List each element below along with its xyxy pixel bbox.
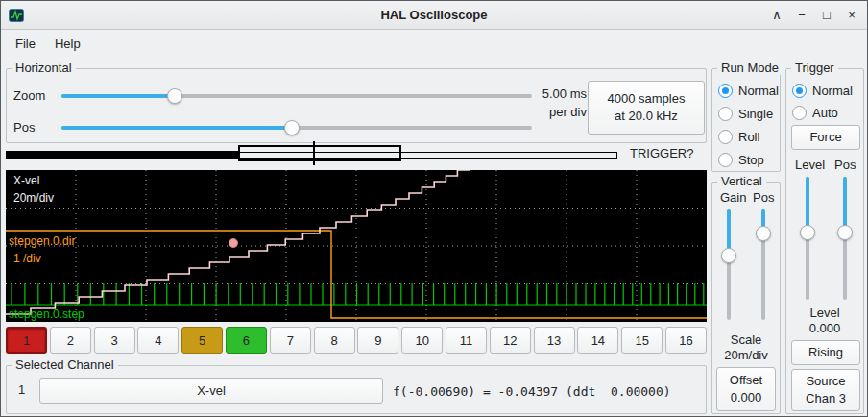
pos-slider-handle[interactable] [284, 120, 300, 135]
titlebar: HAL Oscilloscope ∧ − □ × [1, 1, 867, 30]
channel-button-9[interactable]: 9 [357, 327, 398, 354]
scope-canvas [6, 170, 707, 322]
channel-row: 1 2 3 4 5 6 7 8 9 10 11 12 13 14 15 16 [6, 327, 707, 354]
scope-ch1-name: X-vel [13, 174, 39, 187]
zoom-window-box[interactable] [238, 145, 401, 161]
radio-indicator [792, 84, 807, 98]
zoom-label: Zoom [13, 88, 45, 103]
selected-channel-name-button[interactable]: X-vel [39, 378, 383, 404]
selected-channel-title: Selected Channel [12, 357, 118, 372]
selected-channel-number: 1 [18, 382, 25, 397]
channel-button-2[interactable]: 2 [50, 327, 91, 354]
trigger-option-auto[interactable]: Auto [792, 104, 838, 121]
window-title: HAL Oscilloscope [1, 8, 867, 22]
horizontal-pos-slider[interactable] [61, 119, 532, 136]
channel-button-1[interactable]: 1 [6, 327, 47, 354]
runmode-single-label: Single [738, 107, 773, 121]
trigger-status-label: TRIGGER? [630, 146, 693, 160]
force-label: Force [809, 129, 841, 146]
zoom-slider-handle[interactable] [167, 88, 182, 104]
trigger-level-value: 0.000 [786, 321, 863, 335]
minimize-button[interactable]: − [794, 7, 809, 24]
radio-indicator [718, 84, 733, 98]
tpos-slider-handle[interactable] [837, 225, 853, 240]
rising-button[interactable]: Rising [791, 340, 860, 365]
scope-display: X-vel 20m/div stepgen.0.dir 1 /div stepg… [6, 170, 707, 322]
channel-button-8[interactable]: 8 [314, 327, 355, 354]
runmode-roll-label: Roll [738, 130, 760, 144]
channel-button-3[interactable]: 3 [94, 327, 135, 354]
trigger-position-tick [313, 141, 315, 165]
radio-indicator [718, 130, 733, 144]
vertical-pos-label: Pos [753, 190, 774, 205]
samples-line1: 4000 samples [608, 90, 686, 108]
gain-slider-handle[interactable] [721, 248, 736, 263]
channel-button-7[interactable]: 7 [270, 327, 311, 354]
channel-button-16[interactable]: 16 [665, 327, 707, 354]
pos-label: Pos [13, 120, 35, 135]
app-window: HAL Oscilloscope ∧ − □ × File Help Horiz… [0, 0, 868, 417]
channel-button-15[interactable]: 15 [621, 327, 663, 354]
zoom-slider[interactable] [61, 87, 532, 105]
offset-label: Offset [730, 372, 762, 389]
trigger-pos-slider[interactable] [836, 177, 854, 300]
horizontal-group: Horizontal Zoom Pos 5.00 ms per div 4000… [6, 68, 707, 143]
runmode-option-normal[interactable]: Normal [718, 82, 779, 99]
selected-channel-name: X-vel [197, 382, 226, 400]
rising-label: Rising [808, 344, 843, 361]
channel-button-5[interactable]: 5 [181, 327, 223, 354]
menubar: File Help [1, 31, 867, 56]
radio-indicator [718, 107, 733, 121]
channel-button-6[interactable]: 6 [226, 327, 267, 354]
channel-button-12[interactable]: 12 [490, 327, 531, 354]
menu-item-file[interactable]: File [7, 34, 44, 54]
trigger-level-value-label: Level [786, 306, 863, 320]
maximize-button[interactable]: □ [819, 7, 834, 24]
channel-button-13[interactable]: 13 [534, 327, 575, 354]
samples-button[interactable]: 4000 samples at 20.0 kHz [588, 81, 705, 135]
gain-slider[interactable] [720, 209, 737, 320]
tpos-slider-fill [843, 177, 847, 233]
runmode-normal-label: Normal [738, 84, 779, 98]
menu-item-help[interactable]: Help [46, 34, 89, 54]
channel-button-4[interactable]: 4 [137, 327, 179, 354]
offset-button[interactable]: Offset 0.000 [716, 367, 776, 411]
scale-label: Scale [712, 332, 780, 347]
trigger-normal-label: Normal [812, 84, 853, 98]
force-button[interactable]: Force [791, 125, 860, 150]
runmode-option-single[interactable]: Single [718, 105, 773, 122]
channel-button-10[interactable]: 10 [401, 327, 443, 354]
trigger-source-button[interactable]: Source Chan 3 [791, 369, 860, 411]
rate-per-div-unit: per div [533, 103, 587, 121]
record-captured-bar [6, 151, 239, 159]
samples-line2: at 20.0 kHz [615, 108, 678, 125]
runmode-option-roll[interactable]: Roll [718, 128, 760, 145]
zoom-slider-fill [61, 94, 175, 98]
vpos-slider-handle[interactable] [756, 226, 771, 241]
sample-rate-text: 5.00 ms per div [533, 85, 587, 121]
scope-ch2-name: stepgen.0.dir [9, 234, 75, 248]
channel-button-11[interactable]: 11 [446, 327, 487, 354]
offset-value: 0.000 [731, 389, 762, 406]
scope-ch1-scale: 20m/div [13, 191, 54, 205]
scale-value: 20m/div [712, 348, 780, 362]
trigger-auto-label: Auto [812, 106, 838, 120]
trigger-title: Trigger [791, 61, 838, 75]
trigger-option-normal[interactable]: Normal [792, 82, 853, 99]
close-button[interactable]: × [844, 7, 859, 24]
trigger-level-slider[interactable] [799, 177, 816, 300]
trigger-level-label: Level [795, 158, 825, 172]
channel-button-14[interactable]: 14 [577, 327, 618, 354]
tlevel-slider-handle[interactable] [800, 225, 815, 240]
shade-button[interactable]: ∧ [769, 7, 784, 24]
run-mode-title: Run Mode [717, 61, 783, 75]
runmode-stop-label: Stop [738, 153, 764, 167]
record-position-bar: TRIGGER? [6, 141, 707, 168]
vertical-pos-slider[interactable] [755, 209, 772, 320]
tlevel-slider-fill [806, 177, 809, 233]
run-mode-group: Run Mode Normal Single Roll Stop [711, 68, 781, 172]
source-label: Source [806, 373, 845, 390]
runmode-option-stop[interactable]: Stop [718, 151, 764, 168]
radio-indicator [792, 106, 807, 120]
source-channel: Chan 3 [806, 390, 846, 407]
